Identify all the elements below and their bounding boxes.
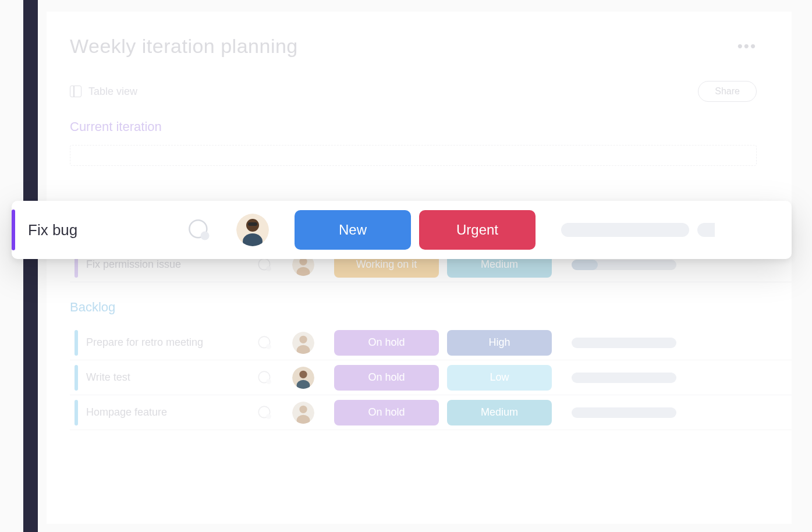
svg-point-11 [266, 344, 271, 349]
row-title: Fix bug [28, 221, 179, 239]
board-title: Weekly iteration planning [70, 35, 298, 58]
more-menu-icon[interactable]: ••• [737, 37, 757, 55]
row-accent [75, 400, 78, 425]
board-header: Weekly iteration planning ••• [70, 35, 792, 58]
row-title: Write test [86, 371, 249, 384]
chat-icon[interactable] [187, 218, 211, 242]
row-title: Fix permission issue [86, 258, 249, 271]
row-title: Prepare for retro meeting [86, 336, 249, 349]
avatar[interactable] [236, 214, 269, 246]
table-row[interactable]: Prepare for retro meeting On hold High [70, 325, 792, 360]
chat-icon[interactable] [257, 405, 272, 420]
avatar[interactable] [292, 402, 314, 424]
svg-point-6 [266, 266, 271, 271]
row-title: Hompage feature [86, 406, 249, 418]
status-pill[interactable]: New [295, 210, 411, 250]
status-pill[interactable]: On hold [334, 330, 439, 356]
progress-bar[interactable] [572, 407, 676, 418]
chat-icon[interactable] [257, 257, 272, 272]
toolbar: Table view Share [70, 81, 792, 102]
svg-point-21 [266, 414, 271, 419]
table-row[interactable]: Hompage feature On hold Medium [70, 395, 792, 430]
svg-point-16 [266, 379, 271, 384]
section-title[interactable]: Backlog [70, 300, 792, 315]
priority-pill[interactable]: High [447, 330, 552, 356]
board: Weekly iteration planning ••• Table view… [47, 12, 792, 524]
row-accent [75, 330, 78, 356]
priority-pill[interactable]: Medium [447, 400, 552, 425]
row-trailing-cell [697, 223, 715, 237]
chat-icon[interactable] [257, 335, 272, 350]
view-toggle[interactable]: Table view [70, 86, 137, 98]
sidebar-strip [23, 0, 38, 532]
column-header-row [70, 145, 757, 166]
progress-bar[interactable] [572, 338, 676, 348]
share-button[interactable]: Share [698, 81, 757, 102]
avatar[interactable] [292, 367, 314, 389]
progress-bar[interactable] [572, 260, 676, 270]
focused-row[interactable]: Fix bug New Urgent [12, 201, 792, 259]
status-pill[interactable]: On hold [334, 365, 439, 391]
progress-bar[interactable] [561, 223, 689, 237]
svg-point-23 [299, 405, 307, 413]
section-title[interactable]: Current iteration [70, 119, 792, 134]
table-row[interactable]: Write test On hold Low [70, 360, 792, 395]
svg-point-13 [299, 335, 307, 343]
avatar[interactable] [292, 332, 314, 354]
svg-rect-29 [248, 222, 257, 226]
status-pill[interactable]: On hold [334, 400, 439, 425]
priority-pill[interactable]: Low [447, 365, 552, 391]
table-view-icon [70, 86, 81, 97]
row-accent [75, 365, 78, 391]
svg-point-26 [201, 232, 210, 240]
chat-icon[interactable] [257, 370, 272, 385]
svg-point-18 [299, 370, 307, 378]
progress-bar[interactable] [572, 373, 676, 383]
section-backlog: Backlog Prepare for retro meeting On hol… [70, 300, 792, 430]
priority-pill[interactable]: Urgent [419, 210, 536, 250]
row-accent [12, 210, 15, 250]
view-label: Table view [88, 86, 137, 98]
